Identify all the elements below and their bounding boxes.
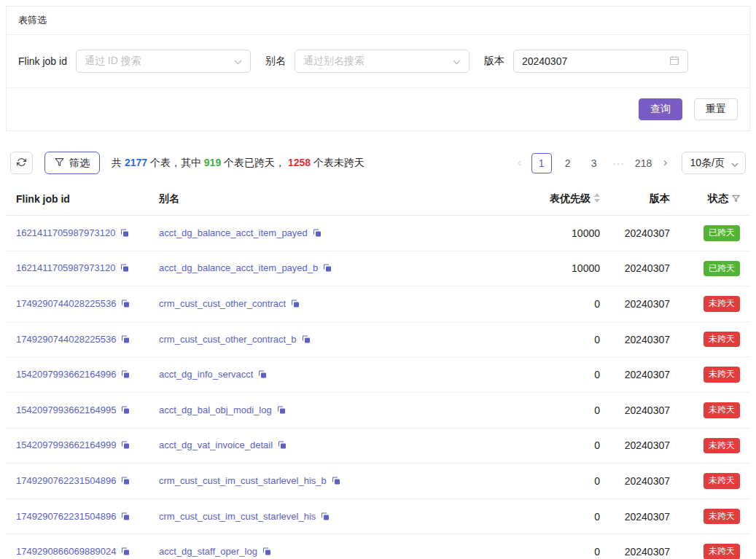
copy-icon[interactable] <box>323 263 332 275</box>
row-alias-link[interactable]: crm_cust_cust_other_contract <box>159 298 286 309</box>
status-badge: 未跨天 <box>704 332 740 348</box>
row-version: 20240307 <box>610 499 680 534</box>
row-priority: 0 <box>529 392 610 428</box>
sort-icon[interactable] <box>594 193 600 205</box>
status-badge: 未跨天 <box>704 473 740 489</box>
row-version: 20240307 <box>610 357 680 393</box>
alias-select[interactable]: 通过别名搜索 <box>295 50 469 73</box>
row-id-link[interactable]: 1749290744028225536 <box>16 334 116 345</box>
row-alias-link[interactable]: crm_cust_cust_im_cust_starlevel_his_b <box>159 475 327 486</box>
status-badge: 未跨天 <box>704 402 740 418</box>
field-flink-job-id: Flink job id 通过 ID 搜索 <box>18 50 251 73</box>
copy-icon[interactable] <box>121 476 130 488</box>
col-header-priority[interactable]: 表优先级 <box>529 183 610 216</box>
row-version: 20240307 <box>610 286 680 322</box>
panel-title: 表筛选 <box>7 7 749 35</box>
flink-job-id-placeholder: 通过 ID 搜索 <box>85 55 141 68</box>
copy-icon[interactable] <box>121 299 130 310</box>
table-row: 1749290744028225536 crm_cust_cust_other_… <box>6 286 750 322</box>
page-button-218[interactable]: 218 <box>634 153 654 173</box>
row-alias-link[interactable]: acct_dg_bal_obj_modi_log <box>159 404 272 415</box>
toolbar: 筛选 共 2177 个表，其中 919 个表已跨天， 1258 个表未跨天 ‹ … <box>6 152 750 174</box>
page-button-3[interactable]: 3 <box>584 153 604 173</box>
copy-icon[interactable] <box>291 299 300 310</box>
col-header-flink-job-id: Flink job id <box>6 183 149 216</box>
copy-icon[interactable] <box>121 440 130 452</box>
copy-icon[interactable] <box>121 405 130 417</box>
row-id-link[interactable]: 1542097993662164995 <box>16 404 116 415</box>
version-date-value: 20240307 <box>522 55 567 67</box>
copy-icon[interactable] <box>120 263 129 275</box>
copy-icon[interactable] <box>332 476 340 488</box>
row-priority: 0 <box>529 499 610 534</box>
status-badge: 未跨天 <box>704 296 740 312</box>
table-row: 1749290762231504896 crm_cust_cust_im_cus… <box>6 499 750 534</box>
row-id-link[interactable]: 1542097993662164996 <box>16 369 116 380</box>
version-date-input[interactable]: 20240307 <box>513 50 688 73</box>
copy-icon[interactable] <box>121 370 130 381</box>
copy-icon[interactable] <box>313 228 322 240</box>
page-size-select[interactable]: 10条/页 <box>682 152 746 174</box>
copy-icon[interactable] <box>262 547 271 558</box>
refresh-button[interactable] <box>10 152 33 174</box>
flink-job-id-label: Flink job id <box>18 55 67 67</box>
row-id-link[interactable]: 1621411705987973120 <box>16 227 115 238</box>
query-button[interactable]: 查询 <box>639 98 682 120</box>
table-summary: 共 2177 个表，其中 919 个表已跨天， 1258 个表未跨天 <box>112 157 365 170</box>
table-row: 1749290744028225536 crm_cust_cust_other_… <box>6 321 750 357</box>
copy-icon[interactable] <box>278 440 287 452</box>
row-alias-link[interactable]: acct_dg_staff_oper_log <box>159 546 257 557</box>
copy-icon[interactable] <box>121 512 130 523</box>
row-alias-link[interactable]: crm_cust_cust_im_cust_starlevel_his <box>159 511 316 522</box>
page-button-2[interactable]: 2 <box>558 153 578 173</box>
row-id-link[interactable]: 1749290866069889024 <box>16 546 116 557</box>
col-header-status[interactable]: 状态 <box>680 183 750 216</box>
row-alias-link[interactable]: acct_dg_balance_acct_item_payed <box>159 227 308 238</box>
copy-icon[interactable] <box>277 405 286 417</box>
reset-button[interactable]: 重置 <box>694 98 738 120</box>
row-id-link[interactable]: 1621411705987973120 <box>16 262 115 273</box>
table-body: 1621411705987973120 acct_dg_balance_acct… <box>6 216 750 559</box>
count-uncrossed: 1258 <box>288 157 311 168</box>
row-version: 20240307 <box>610 534 680 559</box>
pagination-top: ‹ 1 2 3 ··· 218 › 10条/页 <box>511 152 746 174</box>
row-alias-link[interactable]: crm_cust_cust_other_contract_b <box>159 334 297 345</box>
copy-icon[interactable] <box>121 335 130 346</box>
row-id-link[interactable]: 1749290762231504896 <box>16 511 116 522</box>
table-row: 1542097993662164996 acct_dg_info_servacc… <box>6 357 750 393</box>
flink-job-id-select[interactable]: 通过 ID 搜索 <box>76 50 251 73</box>
refresh-icon <box>17 157 26 169</box>
row-priority: 0 <box>529 321 610 357</box>
status-badge: 未跨天 <box>704 509 740 525</box>
prev-page-button[interactable]: ‹ <box>511 153 529 173</box>
row-priority: 10000 <box>529 216 610 251</box>
copy-icon[interactable] <box>258 370 267 381</box>
table-row: 1621411705987973120 acct_dg_balance_acct… <box>6 216 750 251</box>
table-row: 1542097993662164995 acct_dg_bal_obj_modi… <box>6 392 750 428</box>
filter-toggle-button[interactable]: 筛选 <box>44 152 100 174</box>
version-label: 版本 <box>484 55 504 68</box>
page-button-1[interactable]: 1 <box>531 153 552 173</box>
table-row: 1749290866069889024 acct_dg_staff_oper_l… <box>6 534 750 559</box>
row-alias-link[interactable]: acct_dg_info_servacct <box>159 369 253 380</box>
results-table: Flink job id 别名 表优先级 版本 状态 <box>6 183 750 559</box>
row-version: 20240307 <box>610 392 680 428</box>
column-filter-icon[interactable] <box>732 193 740 205</box>
row-id-link[interactable]: 1749290744028225536 <box>16 298 116 309</box>
panel-footer: 查询 重置 <box>7 88 749 130</box>
copy-icon[interactable] <box>321 512 330 523</box>
copy-icon[interactable] <box>302 335 311 346</box>
page: 表筛选 Flink job id 通过 ID 搜索 别名 通过别名搜索 <box>0 0 756 559</box>
row-id-link[interactable]: 1749290762231504896 <box>16 475 116 486</box>
page-ellipsis[interactable]: ··· <box>609 157 629 169</box>
row-priority: 10000 <box>529 251 610 286</box>
table-row: 1749290762231504896 crm_cust_cust_im_cus… <box>6 464 750 499</box>
row-alias-link[interactable]: acct_dg_vat_invoice_detail <box>159 439 273 450</box>
row-alias-link[interactable]: acct_dg_balance_acct_item_payed_b <box>159 262 318 273</box>
copy-icon[interactable] <box>120 228 129 240</box>
next-page-button[interactable]: › <box>657 153 674 173</box>
filter-toggle-label: 筛选 <box>69 157 90 170</box>
status-badge: 未跨天 <box>704 544 740 559</box>
copy-icon[interactable] <box>121 547 130 558</box>
row-id-link[interactable]: 1542097993662164999 <box>16 439 116 450</box>
